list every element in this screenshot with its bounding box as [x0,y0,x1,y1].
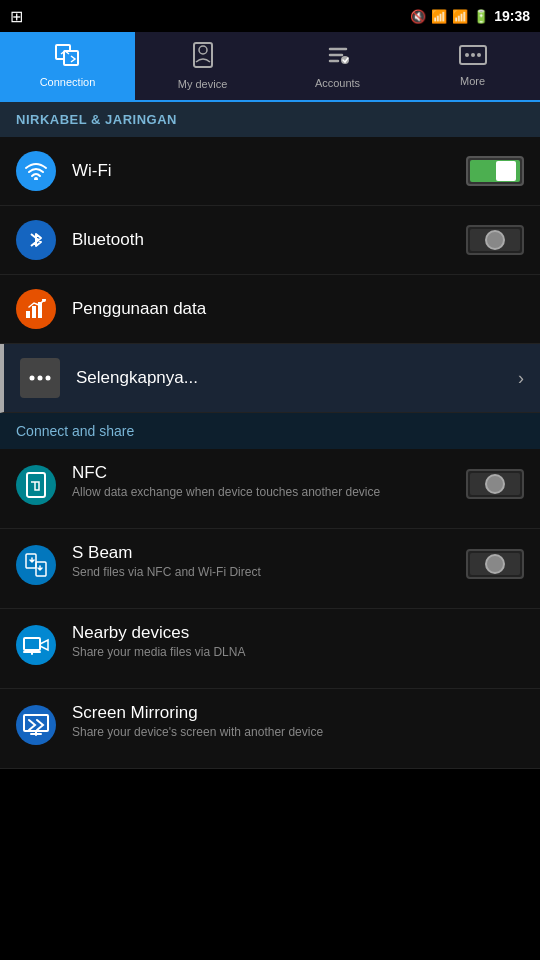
more-wireless-title: Selengkapnya... [76,368,510,388]
wifi-title: Wi-Fi [72,161,466,181]
svg-point-3 [199,46,207,54]
settings-content: NIRKABEL & JARINGAN Wi-Fi [0,102,540,914]
status-bar: ⊞ 🔇 📶 📶 🔋 19:38 [0,0,540,32]
wifi-content: Wi-Fi [72,161,466,181]
more-wireless-row[interactable]: Selengkapnya... › [0,344,540,413]
sbeam-content: S Beam Send files via NFC and Wi-Fi Dire… [72,543,466,581]
tab-more[interactable]: More [405,32,540,100]
tab-accounts-label: Accounts [315,77,360,89]
data-usage-icon [16,289,56,329]
bluetooth-title: Bluetooth [72,230,466,250]
wifi-row[interactable]: Wi-Fi [0,137,540,206]
svg-rect-1 [64,51,78,65]
data-usage-title: Penggunaan data [72,299,524,319]
mirror-icon [16,705,56,745]
nfc-toggle[interactable] [466,469,524,499]
wifi-toggle-knob [496,161,516,181]
data-usage-row[interactable]: Penggunaan data [0,275,540,344]
more-wireless-chevron: › [518,368,524,389]
mirror-subtitle: Share your device's screen with another … [72,725,524,741]
nfc-subtitle: Allow data exchange when device touches … [72,485,466,501]
nfc-icon [16,465,56,505]
mute-icon: 🔇 [410,9,426,24]
data-usage-content: Penggunaan data [72,299,524,319]
nfc-row[interactable]: NFC Allow data exchange when device touc… [0,449,540,529]
bluetooth-content: Bluetooth [72,230,466,250]
sbeam-title: S Beam [72,543,466,563]
sbeam-icon [16,545,56,585]
svg-rect-10 [26,311,30,318]
nearby-row[interactable]: Nearby devices Share your media files vi… [0,609,540,689]
mirror-content: Screen Mirroring Share your device's scr… [72,703,524,741]
nearby-icon [16,625,56,665]
tab-connection[interactable]: Connection [0,32,135,100]
nearby-title: Nearby devices [72,623,524,643]
wifi-status-icon: 📶 [431,9,447,24]
nfc-title: NFC [72,463,466,483]
tab-bar: Connection My device Accounts [0,32,540,102]
tab-connection-label: Connection [40,76,96,88]
wifi-toggle[interactable] [466,156,524,186]
svg-point-8 [477,53,481,57]
svg-point-7 [471,53,475,57]
sbeam-toggle-knob [485,554,505,574]
connection-icon [55,44,81,72]
accounts-icon [326,43,350,73]
svg-point-14 [30,376,35,381]
nearby-content: Nearby devices Share your media files vi… [72,623,524,661]
wifi-row-icon [16,151,56,191]
svg-point-9 [34,177,38,180]
mirror-row[interactable]: Screen Mirroring Share your device's scr… [0,689,540,769]
bluetooth-toggle[interactable] [466,225,524,255]
mirror-title: Screen Mirroring [72,703,524,723]
sbeam-toggle[interactable] [466,549,524,579]
bluetooth-row-icon [16,220,56,260]
section-connect-header: Connect and share [0,413,540,449]
nearby-subtitle: Share your media files via DLNA [72,645,524,661]
bbm-icon: ⊞ [10,8,23,25]
tab-accounts[interactable]: Accounts [270,32,405,100]
mydevice-icon [192,42,214,74]
svg-point-15 [38,376,43,381]
svg-rect-17 [27,473,45,497]
svg-point-16 [46,376,51,381]
svg-rect-11 [32,306,36,318]
sbeam-subtitle: Send files via NFC and Wi-Fi Direct [72,565,466,581]
svg-point-6 [465,53,469,57]
nfc-content: NFC Allow data exchange when device touc… [72,463,466,501]
sbeam-row[interactable]: S Beam Send files via NFC and Wi-Fi Dire… [0,529,540,609]
battery-icon: 🔋 [473,9,489,24]
bluetooth-toggle-knob [485,230,505,250]
status-icons: 🔇 📶 📶 🔋 19:38 [410,8,530,24]
status-left: ⊞ [10,7,23,26]
tab-mydevice[interactable]: My device [135,32,270,100]
bluetooth-row[interactable]: Bluetooth [0,206,540,275]
signal-icon: 📶 [452,9,468,24]
tab-mydevice-label: My device [178,78,228,90]
nfc-toggle-knob [485,474,505,494]
more-icon [459,45,487,71]
svg-rect-20 [24,638,40,650]
clock: 19:38 [494,8,530,24]
more-wireless-content: Selengkapnya... [76,368,510,388]
more-wireless-icon [20,358,60,398]
tab-more-label: More [460,75,485,87]
section-wireless-header: NIRKABEL & JARINGAN [0,102,540,137]
svg-rect-21 [24,715,48,731]
